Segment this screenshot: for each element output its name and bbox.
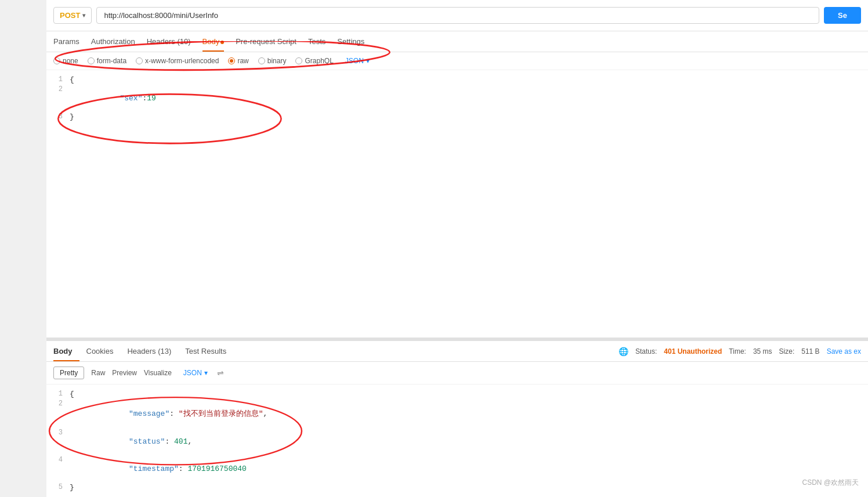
size-value: 511 B [801,347,819,355]
body-dot [220,41,224,44]
sort-icon[interactable]: ⇌ [217,368,224,378]
tab-body[interactable]: Body [202,31,225,52]
radio-urlencoded [136,57,143,64]
response-header-bar: Body Cookies Headers (13) Test Results 🌐… [46,341,868,362]
radio-binary [258,57,265,64]
resp-line-5: 5 } [46,483,868,492]
tab-prerequest[interactable]: Pre-request Script [236,31,296,52]
response-tab-test-results[interactable]: Test Results [185,341,233,361]
resp-line-4: 4 "timestamp": 1701916750040 [46,455,868,483]
save-as-link[interactable]: Save as ex [827,347,861,355]
radio-raw [228,57,235,64]
radio-graphql [295,57,302,64]
response-tab-headers[interactable]: Headers (13) [127,341,178,361]
tab-tests[interactable]: Tests [308,31,326,52]
request-body-editor[interactable]: 1 { 2 "sex":19 3 } [46,70,868,341]
tab-authorization[interactable]: Authorization [91,31,135,52]
status-label: Status: [635,347,657,355]
url-input[interactable] [96,7,819,24]
radio-none [53,57,60,64]
response-section: Body Cookies Headers (13) Test Results 🌐… [46,341,868,497]
tab-params[interactable]: Params [53,31,79,52]
raw-tab[interactable]: Raw [91,369,105,377]
request-bar: POST ▾ Se [46,0,868,31]
watermark: CSDN @欢然雨天 [802,478,859,488]
visualize-tab[interactable]: Visualize [144,369,172,377]
request-tabs: Params Authorization Headers (10) Body P… [46,31,868,52]
radio-form-data [88,57,95,64]
response-chevron-down-icon: ▾ [204,369,208,377]
size-label: Size: [779,347,795,355]
time-value: 35 ms [753,347,772,355]
option-urlencoded[interactable]: x-www-form-urlencoded [136,57,219,65]
response-json-dropdown[interactable]: JSON ▾ [183,369,208,377]
option-graphql[interactable]: GraphQL [295,57,333,65]
code-line-1: 1 { [46,75,868,85]
option-binary[interactable]: binary [258,57,287,65]
method-chevron-icon: ▾ [82,12,85,19]
resp-line-3: 3 "status": 401, [46,428,868,455]
preview-tab[interactable]: Preview [112,369,137,377]
body-options: none form-data x-www-form-urlencoded raw… [46,52,868,70]
option-raw[interactable]: raw [228,57,248,65]
code-line-2: 2 "sex":19 [46,85,868,112]
globe-icon: 🌐 [619,347,628,356]
code-line-3: 3 } [46,112,868,122]
tab-headers[interactable]: Headers (10) [147,31,191,52]
response-body-options: Pretty Raw Preview Visualize JSON ▾ ⇌ [46,362,868,384]
status-value: 401 Unauthorized [664,347,722,355]
time-label: Time: [729,347,746,355]
tab-settings[interactable]: Settings [337,31,364,52]
option-form-data[interactable]: form-data [88,57,126,65]
method-label: POST [60,11,80,20]
response-code-editor: 1 { 2 "message": "找不到当前登录的信息", 3 "status… [46,384,868,497]
pretty-button[interactable]: Pretty [53,367,84,379]
resp-line-2: 2 "message": "找不到当前登录的信息", [46,399,868,428]
response-meta: 🌐 Status: 401 Unauthorized Time: 35 ms S… [619,347,861,356]
option-none[interactable]: none [53,57,78,65]
chevron-down-icon: ▾ [366,57,370,65]
response-tab-body[interactable]: Body [53,341,79,361]
send-button[interactable]: Se [824,7,861,24]
response-tab-cookies[interactable]: Cookies [86,341,121,361]
resp-line-1: 1 { [46,389,868,399]
json-format-dropdown[interactable]: JSON ▾ [345,57,370,65]
method-selector[interactable]: POST ▾ [53,7,92,24]
